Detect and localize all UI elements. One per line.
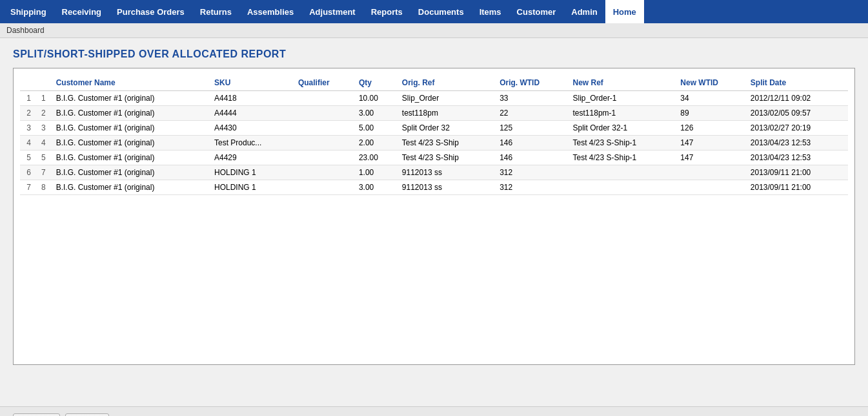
- cell-customer-name: B.I.G. Customer #1 (original): [51, 106, 209, 121]
- cell-qty: 3.00: [354, 106, 397, 121]
- cell-new-wtid: [675, 165, 745, 180]
- cell-rownum: 3: [20, 121, 36, 136]
- cell-qualifier: [293, 121, 354, 136]
- cell-orig-wtid: 146: [494, 136, 567, 151]
- table-row: 67B.I.G. Customer #1 (original)HOLDING 1…: [20, 165, 848, 180]
- col-header-customer-name: Customer Name: [51, 75, 209, 91]
- cell-qty: 10.00: [354, 91, 397, 106]
- cell-sku: A4429: [209, 151, 293, 165]
- cell-qty: 2.00: [354, 136, 397, 151]
- cell-new-wtid: 147: [675, 136, 745, 151]
- cell-rownum: 6: [20, 165, 36, 180]
- top-navigation: ShippingReceivingPurchase OrdersReturnsA…: [0, 0, 868, 23]
- breadcrumb-text: Dashboard: [6, 26, 45, 35]
- close-button[interactable]: Close: [65, 413, 110, 416]
- button-bar: Delete Close: [0, 406, 868, 416]
- cell-customer-name: B.I.G. Customer #1 (original): [51, 91, 209, 106]
- table-header-row: Customer Name SKU Qualifier Qty Orig. Re…: [20, 75, 848, 91]
- cell-rownum: 2: [20, 106, 36, 121]
- cell-rowid: 7: [36, 165, 51, 180]
- nav-item-receiving[interactable]: Receiving: [54, 0, 109, 23]
- cell-orig-wtid: 33: [494, 91, 567, 106]
- cell-new-wtid: 89: [675, 106, 745, 121]
- cell-rowid: 3: [36, 121, 51, 136]
- col-header-qty: Qty: [354, 75, 397, 91]
- cell-rowid: 5: [36, 151, 51, 165]
- cell-customer-name: B.I.G. Customer #1 (original): [51, 180, 209, 195]
- cell-split-date: 2013/04/23 12:53: [745, 136, 848, 151]
- table-row: 33B.I.G. Customer #1 (original)A44305.00…: [20, 121, 848, 136]
- nav-item-purchase-orders[interactable]: Purchase Orders: [109, 0, 192, 23]
- nav-item-customer[interactable]: Customer: [509, 0, 564, 23]
- cell-rownum: 5: [20, 151, 36, 165]
- cell-qualifier: [293, 106, 354, 121]
- cell-customer-name: B.I.G. Customer #1 (original): [51, 151, 209, 165]
- cell-split-date: 2013/04/23 12:53: [745, 151, 848, 165]
- cell-qualifier: [293, 136, 354, 151]
- cell-qualifier: [293, 151, 354, 165]
- col-header-orig-ref: Orig. Ref: [397, 75, 494, 91]
- cell-rowid: 1: [36, 91, 51, 106]
- col-header-new-wtid: New WTID: [675, 75, 745, 91]
- cell-orig-wtid: 312: [494, 165, 567, 180]
- cell-orig-ref: Test 4/23 S-Ship: [397, 136, 494, 151]
- nav-item-admin[interactable]: Admin: [563, 0, 605, 23]
- nav-item-reports[interactable]: Reports: [363, 0, 410, 23]
- nav-item-documents[interactable]: Documents: [410, 0, 472, 23]
- cell-orig-wtid: 312: [494, 180, 567, 195]
- cell-rownum: 1: [20, 91, 36, 106]
- cell-new-ref: test118pm-1: [568, 106, 676, 121]
- nav-item-returns[interactable]: Returns: [192, 0, 239, 23]
- table-row: 11B.I.G. Customer #1 (original)A441810.0…: [20, 91, 848, 106]
- cell-split-date: 2013/02/27 20:19: [745, 121, 848, 136]
- cell-rowid: 8: [36, 180, 51, 195]
- nav-item-assemblies[interactable]: Assemblies: [239, 0, 301, 23]
- breadcrumb: Dashboard: [0, 23, 868, 38]
- page-title: Split/Short-shipped Over Allocated Repor…: [13, 48, 855, 60]
- col-header-orig-wtid: Orig. WTID: [494, 75, 567, 91]
- col-header-split-date: Split Date: [745, 75, 848, 91]
- cell-qty: 23.00: [354, 151, 397, 165]
- cell-split-date: 2013/09/11 21:00: [745, 165, 848, 180]
- cell-qualifier: [293, 165, 354, 180]
- nav-item-adjustment[interactable]: Adjustment: [301, 0, 363, 23]
- cell-orig-ref: Split Order 32: [397, 121, 494, 136]
- table-row: 44B.I.G. Customer #1 (original)Test Prod…: [20, 136, 848, 151]
- table-row: 78B.I.G. Customer #1 (original)HOLDING 1…: [20, 180, 848, 195]
- cell-sku: A4418: [209, 91, 293, 106]
- cell-customer-name: B.I.G. Customer #1 (original): [51, 136, 209, 151]
- cell-new-ref: [568, 180, 676, 195]
- cell-split-date: 2012/12/11 09:02: [745, 91, 848, 106]
- cell-sku: A4444: [209, 106, 293, 121]
- cell-orig-ref: 9112013 ss: [397, 165, 494, 180]
- cell-orig-wtid: 125: [494, 121, 567, 136]
- report-table: Customer Name SKU Qualifier Qty Orig. Re…: [20, 75, 848, 195]
- cell-orig-ref: test118pm: [397, 106, 494, 121]
- cell-new-ref: Split Order 32-1: [568, 121, 676, 136]
- cell-rowid: 4: [36, 136, 51, 151]
- cell-qty: 1.00: [354, 165, 397, 180]
- nav-item-home[interactable]: Home: [605, 0, 644, 23]
- cell-qualifier: [293, 180, 354, 195]
- cell-new-ref: Test 4/23 S-Ship-1: [568, 151, 676, 165]
- cell-orig-ref: 9112013 ss: [397, 180, 494, 195]
- nav-item-shipping[interactable]: Shipping: [3, 0, 54, 23]
- cell-new-ref: Slip_Order-1: [568, 91, 676, 106]
- cell-orig-wtid: 22: [494, 106, 567, 121]
- cell-sku: A4430: [209, 121, 293, 136]
- cell-customer-name: B.I.G. Customer #1 (original): [51, 165, 209, 180]
- main-content: Split/Short-shipped Over Allocated Repor…: [0, 38, 868, 406]
- cell-qualifier: [293, 91, 354, 106]
- delete-button[interactable]: Delete: [13, 413, 60, 416]
- cell-new-ref: Test 4/23 S-Ship-1: [568, 136, 676, 151]
- cell-split-date: 2013/02/05 09:57: [745, 106, 848, 121]
- cell-orig-ref: Test 4/23 S-Ship: [397, 151, 494, 165]
- table-row: 22B.I.G. Customer #1 (original)A44443.00…: [20, 106, 848, 121]
- table-row: 55B.I.G. Customer #1 (original)A442923.0…: [20, 151, 848, 165]
- col-header-qualifier: Qualifier: [293, 75, 354, 91]
- cell-customer-name: B.I.G. Customer #1 (original): [51, 121, 209, 136]
- cell-rownum: 7: [20, 180, 36, 195]
- nav-item-items[interactable]: Items: [472, 0, 509, 23]
- cell-rownum: 4: [20, 136, 36, 151]
- cell-rowid: 2: [36, 106, 51, 121]
